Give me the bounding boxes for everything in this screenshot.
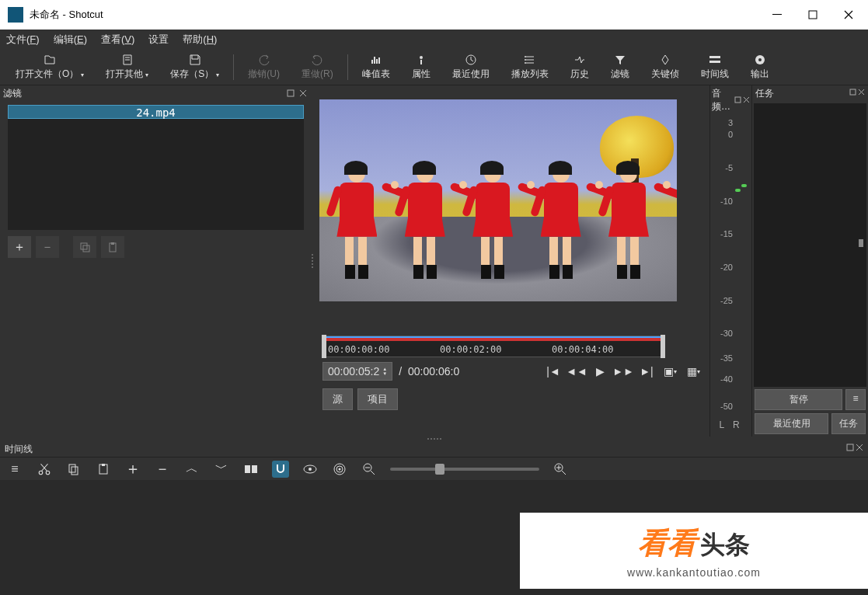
add-filter-button[interactable]: ＋: [8, 236, 31, 258]
watermark-url: www.kankantoutiao.com: [627, 566, 761, 579]
svg-rect-18: [850, 89, 856, 95]
menu-help[interactable]: 帮助(H): [183, 33, 217, 47]
tasks-panel-title: 任务: [755, 87, 774, 100]
paste-button[interactable]: [95, 461, 112, 478]
recent-button[interactable]: 最近使用: [441, 50, 500, 85]
menu-edit[interactable]: 编辑(E): [54, 33, 87, 47]
overwrite-button[interactable]: ﹀: [213, 461, 230, 478]
app-logo-icon: [8, 7, 23, 23]
project-tab[interactable]: 项目: [357, 388, 398, 410]
audio-panel-title: 音频…: [712, 87, 734, 113]
rewind-button[interactable]: ◄◄: [570, 365, 584, 378]
zoom-out-button[interactable]: [361, 461, 378, 478]
cut-button[interactable]: [36, 461, 53, 478]
menu-view[interactable]: 查看(V): [101, 33, 134, 47]
panel-float-icon[interactable]: [734, 95, 741, 106]
panel-close-icon[interactable]: [858, 87, 865, 100]
svg-rect-9: [709, 61, 720, 63]
timeline-button[interactable]: 时间线: [690, 50, 740, 85]
append-button[interactable]: ＋: [124, 461, 141, 478]
redo-button[interactable]: 重做(R): [291, 50, 344, 85]
preview-area: 00:00:00:00 00:00:02:00 00:00:04:00 00:0…: [312, 85, 709, 437]
keyframes-button[interactable]: 关键侦: [640, 50, 690, 85]
watermark: 看看 头条 www.kankantoutiao.com: [520, 513, 868, 589]
menu-file[interactable]: 文件(F): [6, 33, 40, 47]
zoom-slider[interactable]: [390, 468, 539, 471]
svg-point-21: [46, 471, 50, 475]
svg-rect-12: [288, 90, 294, 96]
remove-filter-button[interactable]: －: [36, 236, 59, 258]
ripple-button[interactable]: [331, 461, 348, 478]
tasks-tab[interactable]: 任务: [831, 413, 866, 434]
tasks-menu-button[interactable]: ≡: [845, 389, 866, 410]
audio-lr-label: L R: [710, 416, 751, 437]
grid-toggle-button[interactable]: ▦▾: [686, 365, 700, 378]
history-button[interactable]: 历史: [559, 50, 600, 85]
svg-rect-0: [772, 14, 782, 15]
panel-close-icon[interactable]: [856, 443, 863, 455]
svg-point-5: [525, 56, 526, 57]
open-file-button[interactable]: 打开文件（O）: [5, 50, 95, 85]
tasks-panel: 任务 暂停 ≡ 最近使用 任务: [751, 85, 868, 437]
filters-panel: 滤镜 24.mp4 ＋ －: [0, 85, 312, 437]
fast-forward-button[interactable]: ►►: [616, 365, 630, 378]
copy-filter-button[interactable]: [73, 236, 96, 258]
svg-rect-8: [709, 56, 720, 58]
panel-float-icon[interactable]: [846, 443, 854, 455]
snap-button[interactable]: [272, 461, 289, 478]
panel-float-icon[interactable]: [849, 87, 856, 100]
timeline-panel-title: 时间线: [5, 443, 33, 455]
scrub-audio-button[interactable]: [302, 461, 319, 478]
open-other-button[interactable]: 打开其他: [95, 50, 159, 85]
copy-button[interactable]: [65, 461, 82, 478]
svg-rect-23: [71, 467, 78, 475]
svg-point-11: [758, 58, 762, 61]
timecode-spinner[interactable]: ▲▼: [382, 367, 387, 376]
paste-filter-button[interactable]: [101, 236, 124, 258]
peak-meter-button[interactable]: 峰值表: [351, 50, 401, 85]
filter-source-file[interactable]: 24.mp4: [8, 105, 304, 119]
export-button[interactable]: 输出: [740, 50, 780, 85]
watermark-logo: 看看: [638, 524, 697, 563]
svg-point-7: [525, 62, 526, 64]
menubar: 文件(F) 编辑(E) 查看(V) 设置 帮助(H): [0, 30, 868, 50]
skip-end-button[interactable]: ►|: [640, 365, 654, 378]
player-scrubber[interactable]: 00:00:00:00 00:00:02:00 00:00:04:00: [322, 336, 664, 357]
filters-button[interactable]: 滤镜: [600, 50, 640, 85]
video-preview[interactable]: [319, 99, 677, 301]
maximize-button[interactable]: [795, 3, 831, 26]
svg-rect-13: [81, 243, 87, 249]
tasks-list: [754, 103, 866, 387]
svg-point-6: [525, 59, 526, 61]
zoom-in-button[interactable]: [552, 461, 569, 478]
save-button[interactable]: 保存（S）: [159, 50, 230, 85]
panel-float-icon[interactable]: [285, 88, 296, 99]
main-toolbar: 打开文件（O） 打开其他 保存（S） 撤销(U) 重做(R) 峰值表 属性 最近…: [0, 50, 868, 85]
timeline-toolbar: ≡ ＋ － ︿ ﹀: [0, 457, 868, 480]
timeline-menu-button[interactable]: ≡: [6, 461, 23, 478]
zoom-slider-handle[interactable]: [435, 464, 444, 475]
menu-settings[interactable]: 设置: [148, 33, 169, 47]
splitter-handle[interactable]: [312, 85, 316, 437]
minimize-button[interactable]: [759, 3, 795, 26]
lift-button[interactable]: ︿: [183, 461, 200, 478]
source-tab[interactable]: 源: [322, 388, 353, 410]
panel-close-icon[interactable]: [743, 95, 750, 106]
remove-button[interactable]: －: [154, 461, 171, 478]
svg-rect-1: [809, 11, 817, 19]
close-button[interactable]: [831, 3, 866, 26]
panel-close-icon[interactable]: [298, 88, 309, 99]
undo-button[interactable]: 撤销(U): [237, 50, 291, 85]
play-button[interactable]: ▶: [593, 365, 607, 378]
svg-rect-25: [102, 464, 105, 466]
position-timecode[interactable]: 00:00:05:2▲▼: [322, 362, 392, 381]
skip-start-button[interactable]: |◄: [546, 365, 560, 378]
pause-button[interactable]: 暂停: [755, 389, 842, 410]
zoom-fit-button[interactable]: ▣▾: [663, 365, 677, 378]
recent-tab[interactable]: 最近使用: [755, 413, 828, 434]
properties-button[interactable]: 属性: [401, 50, 441, 85]
svg-point-29: [309, 468, 312, 471]
playlist-button[interactable]: 播放列表: [500, 50, 559, 85]
out-marker-icon[interactable]: [661, 335, 665, 358]
split-button[interactable]: [242, 461, 260, 478]
